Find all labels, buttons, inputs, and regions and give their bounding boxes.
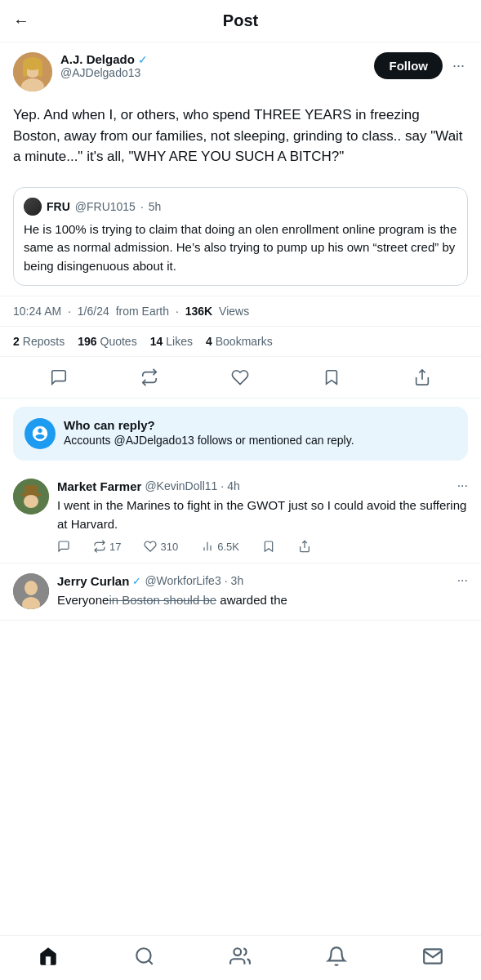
- comment-1-sep: ·: [220, 479, 224, 492]
- avatar[interactable]: [13, 52, 52, 91]
- comment-reply-icon: [57, 540, 70, 553]
- comment-1-time: 4h: [227, 479, 240, 492]
- bookmarks-stat[interactable]: 4 Bookmarks: [206, 335, 273, 348]
- nav-notifications[interactable]: [316, 942, 357, 970]
- post-views-count: 136K: [185, 305, 212, 318]
- bookmark-icon: [323, 368, 341, 386]
- reposts-stat[interactable]: 2 Reposts: [13, 335, 65, 348]
- quote-avatar-image: [24, 198, 42, 216]
- who-can-reply-section: Who can reply? Accounts @AJDelgado13 fol…: [13, 407, 468, 461]
- reposts-count: 2: [13, 335, 20, 348]
- comment-2-time: 3h: [231, 574, 244, 587]
- author-handle[interactable]: @AJDelgado13: [60, 66, 366, 79]
- svg-point-20: [234, 948, 242, 956]
- svg-rect-4: [23, 64, 27, 77]
- nav-messages[interactable]: [412, 942, 453, 970]
- comment-1-bookmark[interactable]: [262, 540, 275, 553]
- post-content: Yep. And when I, or others, who spend TH…: [0, 98, 481, 177]
- avatar-svg: [13, 52, 52, 91]
- post-author-section: A.J. Delgado ✓ @AJDelgado13 Follow ···: [0, 42, 481, 98]
- quote-author-name: FRU: [47, 200, 70, 213]
- follow-button[interactable]: Follow: [374, 52, 443, 79]
- nav-home[interactable]: [28, 942, 69, 970]
- author-info: A.J. Delgado ✓ @AJDelgado13: [60, 52, 366, 79]
- comment-1-handle: @KevinDoll11: [145, 479, 217, 492]
- quotes-stat[interactable]: 196 Quotes: [78, 335, 137, 348]
- repost-button[interactable]: [134, 362, 165, 393]
- comment-2-author[interactable]: Jerry Curlan: [57, 574, 129, 588]
- comment-1-avatar-svg: [13, 479, 49, 514]
- more-options-button[interactable]: ···: [449, 54, 468, 78]
- notifications-icon: [326, 946, 347, 967]
- quote-handle: @FRU1015: [75, 200, 136, 213]
- back-button[interactable]: ←: [13, 11, 46, 30]
- comment-like-icon: [144, 540, 157, 553]
- comment-1-views[interactable]: 6.5K: [201, 540, 239, 553]
- comment-2-header: Jerry Curlan ✓ @WorkforLife3 · 3h ···: [57, 573, 468, 588]
- who-reply-title: Who can reply?: [64, 418, 354, 432]
- quotes-label: Quotes: [100, 335, 137, 348]
- quote-separator: ·: [140, 200, 144, 213]
- comment-2-more[interactable]: ···: [457, 573, 468, 588]
- comment-1-author[interactable]: Market Farmer: [57, 479, 141, 493]
- reply-restriction-icon: [24, 418, 56, 449]
- comment-2-avatar[interactable]: [13, 573, 49, 609]
- who-reply-text: Who can reply? Accounts @AJDelgado13 fol…: [64, 418, 354, 449]
- reply-button[interactable]: [43, 362, 74, 393]
- comment-1-repost[interactable]: 17: [93, 540, 121, 553]
- post-sep2: ·: [176, 305, 179, 318]
- bookmarks-label: Bookmarks: [216, 335, 273, 348]
- comment-1-reply[interactable]: [57, 540, 70, 553]
- avatar-image: [13, 52, 52, 91]
- author-name-row: A.J. Delgado ✓: [60, 52, 366, 66]
- nav-search[interactable]: [124, 942, 165, 970]
- svg-rect-5: [38, 64, 42, 77]
- comment-1-repost-count: 17: [109, 541, 121, 553]
- comment-2-text: Everyonein Boston should be awarded the: [57, 591, 468, 610]
- repost-icon: [140, 368, 158, 386]
- comment-1-text: I went in the Marines to fight in the GW…: [57, 497, 468, 533]
- comment-1-share[interactable]: [298, 540, 311, 553]
- post-metadata: 10:24 AM · 1/6/24 from Earth · 136K View…: [0, 296, 481, 327]
- share-button[interactable]: [407, 362, 438, 393]
- stats-row: 2 Reposts 196 Quotes 14 Likes 4 Bookmark…: [0, 327, 481, 357]
- author-name[interactable]: A.J. Delgado: [60, 52, 135, 66]
- like-button[interactable]: [225, 362, 256, 393]
- comment-1-like[interactable]: 310: [144, 540, 178, 553]
- follow-area: Follow ···: [374, 52, 468, 79]
- bottom-navigation: [0, 935, 481, 980]
- comment-2-sep: ·: [225, 574, 228, 587]
- quote-author-row: FRU @FRU1015 · 5h: [24, 198, 457, 216]
- quote-text: He is 100% is trying to claim that doing…: [24, 220, 457, 276]
- comment-2-verified: ✓: [132, 575, 141, 587]
- comment-1-more[interactable]: ···: [457, 479, 468, 493]
- comment-share-icon: [298, 540, 311, 553]
- comment-1-avatar[interactable]: [13, 479, 49, 514]
- verified-icon: ✓: [138, 53, 148, 66]
- reposts-label: Reposts: [23, 335, 65, 348]
- comment-1-header: Market Farmer @KevinDoll11 · 4h ···: [57, 479, 468, 493]
- comment-2-handle: @WorkforLife3: [145, 574, 220, 587]
- likes-stat[interactable]: 14 Likes: [150, 335, 193, 348]
- messages-icon: [422, 946, 443, 967]
- comment-2-text-suffix: awarded the: [216, 593, 287, 607]
- comment-2: Jerry Curlan ✓ @WorkforLife3 · 3h ··· Ev…: [0, 564, 481, 621]
- post-views-label: Views: [219, 305, 249, 318]
- actions-row: [0, 357, 481, 399]
- comment-1-like-count: 310: [160, 541, 178, 553]
- svg-rect-9: [24, 485, 38, 496]
- comment-repost-icon: [93, 540, 106, 553]
- home-icon: [38, 946, 59, 967]
- header: ← Post: [0, 0, 481, 42]
- bookmarks-count: 4: [206, 335, 212, 348]
- like-icon: [231, 368, 249, 386]
- comment-bookmark-icon: [262, 540, 275, 553]
- comment-2-avatar-svg: [13, 573, 49, 609]
- reply-icon: [50, 368, 68, 386]
- comment-2-text-strike: in Boston should be: [109, 593, 216, 607]
- bookmark-button[interactable]: [316, 362, 347, 393]
- comment-1: Market Farmer @KevinDoll11 · 4h ··· I we…: [0, 469, 481, 564]
- quote-tweet[interactable]: FRU @FRU1015 · 5h He is 100% is trying t…: [13, 187, 468, 287]
- nav-communities[interactable]: [220, 942, 261, 970]
- post-date: 1/6/24: [78, 305, 109, 318]
